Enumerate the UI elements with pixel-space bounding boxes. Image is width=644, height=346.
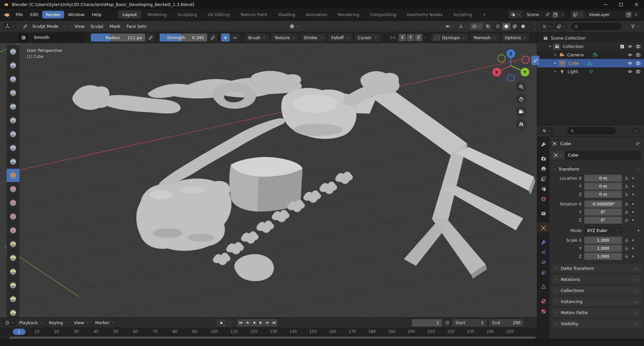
value-field[interactable]: 0 m — [584, 191, 622, 198]
transform-panel-header[interactable]: Transform :::: — [549, 165, 644, 173]
scene-browse-button[interactable] — [508, 10, 523, 19]
timeline-menu-view[interactable]: View — [71, 319, 92, 327]
properties-editor-type-button[interactable] — [540, 127, 553, 134]
brush-elastic-deform[interactable] — [7, 265, 19, 279]
pin-icon[interactable] — [545, 12, 550, 17]
axis-neg-y-ball[interactable] — [498, 55, 505, 62]
animate-dot[interactable] — [638, 230, 639, 231]
direction-add-button[interactable]: + — [221, 34, 230, 42]
menu-sculpt[interactable]: Sculpt — [88, 22, 107, 30]
hide-eye-icon[interactable] — [628, 69, 633, 74]
disclosure-right-icon[interactable] — [553, 53, 557, 57]
dropdown-brush[interactable]: Brush — [245, 34, 269, 42]
animate-dot[interactable] — [632, 247, 634, 249]
brush-thumb[interactable] — [7, 292, 19, 306]
hide-eye-icon[interactable] — [628, 61, 633, 66]
scene-name[interactable]: Scene — [523, 12, 543, 17]
viewlayer-browse-button[interactable] — [571, 10, 585, 19]
ortho-toggle-button[interactable] — [516, 119, 526, 129]
value-field[interactable]: 1.000 — [584, 237, 622, 244]
timeline-scrollbar[interactable] — [0, 336, 537, 339]
timeline-editor-type-button[interactable] — [3, 319, 16, 326]
jump-to-end-button[interactable] — [271, 319, 277, 327]
blender-menu-icon[interactable] — [3, 11, 10, 18]
section-relations[interactable]: Relations :::: — [552, 275, 641, 284]
brush-grab[interactable] — [7, 251, 19, 265]
timeline-scrollbar-thumb[interactable] — [9, 337, 536, 339]
properties-tab-world[interactable] — [537, 194, 549, 204]
timeline-ruler[interactable]: 1 10203040506070809010011012013014015016… — [0, 328, 537, 336]
brush-draw-sharp[interactable] — [7, 59, 19, 72]
mirror-axis-y[interactable]: Y — [407, 34, 414, 41]
menu-window[interactable]: Window — [65, 11, 88, 18]
properties-search-input[interactable] — [567, 127, 615, 134]
tab-compositing[interactable]: Compositing — [366, 10, 400, 19]
clock-icon[interactable] — [445, 320, 450, 325]
animate-dot[interactable] — [632, 255, 634, 257]
new-viewlayer-button[interactable] — [625, 11, 632, 18]
value-field[interactable]: 0 m — [584, 183, 622, 190]
mirror-axis-x[interactable]: X — [399, 34, 406, 41]
rotation-mode-dropdown[interactable]: XYZ Euler — [584, 227, 622, 234]
animate-dot[interactable] — [632, 185, 634, 187]
brush-pose[interactable] — [7, 306, 19, 318]
properties-tab-physics[interactable] — [537, 257, 549, 267]
panel-grip-icon[interactable]: :::: — [636, 167, 641, 171]
timeline-menu-marker[interactable]: Marker — [92, 319, 117, 327]
tab-sculpting[interactable]: Sculpting — [173, 10, 201, 19]
radius-slider[interactable]: Radius 111 px — [91, 34, 145, 42]
brush-draw[interactable] — [7, 45, 19, 59]
outliner-row-collection[interactable]: Collection — [537, 42, 644, 51]
unlock-icon[interactable] — [625, 254, 629, 258]
tab-scripting[interactable]: Scripting — [449, 10, 476, 19]
unlock-icon[interactable] — [625, 184, 629, 188]
disable-render-camera-icon[interactable] — [636, 52, 641, 57]
tab-rendering[interactable]: Rendering — [334, 10, 364, 19]
object-name-field[interactable]: Cube — [565, 151, 641, 160]
new-scene-button[interactable] — [552, 11, 559, 18]
overlays-dropdown[interactable] — [470, 23, 483, 30]
shading-solid-button[interactable] — [502, 23, 511, 30]
viewlayer-name[interactable]: ViewLayer — [585, 12, 625, 17]
outliner-row-scene-collection[interactable]: Scene Collection — [537, 34, 644, 42]
menu-file[interactable]: File — [12, 11, 26, 18]
jump-to-start-button[interactable] — [237, 319, 244, 327]
brush-layer[interactable] — [7, 114, 19, 127]
outliner-row-camera[interactable]: Camera — [537, 51, 644, 59]
dropdown-texture[interactable]: Texture — [271, 34, 298, 42]
auto-keying-button[interactable] — [217, 319, 226, 327]
shading-wireframe-button[interactable] — [494, 23, 502, 30]
brush-inflate[interactable] — [7, 127, 19, 141]
disclosure-down-icon[interactable] — [548, 45, 552, 48]
tab-modeling[interactable]: Modeling — [143, 10, 171, 19]
disclosure-right-icon[interactable] — [553, 70, 557, 73]
properties-tab-collection[interactable] — [537, 208, 549, 218]
visibility-dropdown[interactable] — [443, 23, 456, 30]
animate-dot[interactable] — [632, 239, 634, 241]
unlock-icon[interactable] — [625, 176, 629, 180]
navigation-gizmo[interactable]: Z X Y — [488, 47, 535, 87]
outliner-row-light[interactable]: Light — [537, 67, 644, 76]
brush-thumbnail[interactable] — [19, 33, 29, 42]
menu-view[interactable]: View — [71, 22, 88, 30]
tail-blob-mesh[interactable] — [234, 254, 274, 281]
disable-render-camera-icon[interactable] — [636, 61, 641, 66]
editor-type-button[interactable] — [3, 22, 16, 30]
properties-tab-output[interactable] — [537, 164, 549, 174]
value-field[interactable]: 0° — [584, 209, 622, 216]
shading-material-button[interactable] — [511, 23, 519, 30]
properties-tab-constraints[interactable] — [537, 267, 549, 277]
hide-eye-icon[interactable] — [628, 52, 633, 57]
direction-subtract-button[interactable]: − — [230, 34, 239, 42]
brush-flatten[interactable] — [7, 182, 19, 196]
current-frame-badge[interactable]: 1 — [13, 329, 25, 335]
section-collections[interactable]: Collections :::: — [552, 286, 641, 295]
section-motion-paths[interactable]: Motion Paths :::: — [552, 308, 641, 317]
properties-options-button[interactable] — [632, 128, 641, 134]
3d-viewport[interactable]: User Perspective (1) Cube — [0, 43, 537, 318]
menu-edit[interactable]: Edit — [27, 11, 42, 18]
tab-texture-paint[interactable]: Texture Paint — [236, 10, 272, 19]
value-field[interactable]: 0° — [584, 217, 622, 224]
tab-uv-editing[interactable]: UV Editing — [203, 10, 234, 19]
menu-mask[interactable]: Mask — [107, 22, 123, 30]
